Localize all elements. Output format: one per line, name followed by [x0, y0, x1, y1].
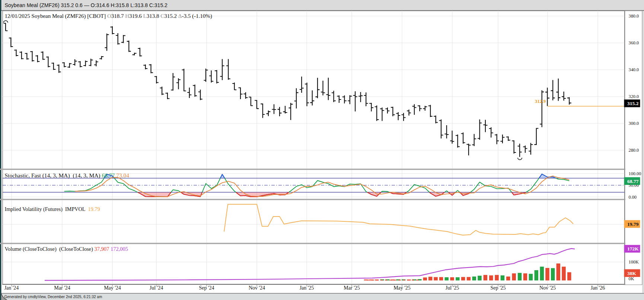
svg-text:Nov '25: Nov '25 — [539, 285, 556, 291]
svg-text:100K: 100K — [629, 259, 639, 265]
svg-text:Jul '24: Jul '24 — [150, 285, 163, 291]
svg-text:280.0: 280.0 — [629, 148, 639, 153]
svg-text:38K: 38K — [627, 271, 637, 276]
svg-text:360.0: 360.0 — [629, 40, 639, 45]
svg-text:172K: 172K — [627, 246, 639, 252]
svg-text:340.0: 340.0 — [629, 67, 639, 72]
svg-text:May '24: May '24 — [104, 285, 121, 291]
svg-text:Sep '25: Sep '25 — [490, 285, 506, 291]
svg-text:312.9: 312.9 — [535, 98, 546, 104]
svg-text:Mar '25: Mar '25 — [344, 285, 360, 291]
svg-text:315.2: 315.2 — [627, 101, 639, 106]
svg-text:0.00: 0.00 — [629, 195, 637, 200]
svg-text:19.79: 19.79 — [627, 221, 639, 227]
svg-text:Mar '24: Mar '24 — [54, 285, 70, 291]
svg-text:Soybean Meal (ZMF26) 315.2 0.6: Soybean Meal (ZMF26) 315.2 0.6 — O:314.6… — [5, 2, 168, 8]
svg-text:Generated by cmdtyView, Decemb: Generated by cmdtyView, December 2nd 202… — [4, 295, 102, 299]
svg-text:68.77: 68.77 — [627, 179, 639, 184]
svg-text:320.0: 320.0 — [629, 94, 639, 99]
svg-text:Sep '24: Sep '24 — [199, 285, 214, 291]
svg-text:Jan '24: Jan '24 — [4, 285, 19, 291]
svg-text:Stochastic, Fast (14, 3, MA): Stochastic, Fast (14, 3, MA) (14, 3, MA)… — [5, 172, 130, 179]
svg-text:Jul '25: Jul '25 — [446, 285, 459, 291]
svg-text:Implied Volatility (Futures): Implied Volatility (Futures) IMPVOL 19.7… — [5, 206, 100, 212]
svg-text:380.0: 380.0 — [629, 13, 639, 19]
svg-text:Nov '24: Nov '24 — [249, 285, 265, 291]
svg-text:300.0: 300.0 — [629, 121, 639, 126]
svg-text:100.00: 100.00 — [629, 171, 641, 176]
svg-text:Volume (CloseToClose) (CloseT: Volume (CloseToClose) (CloseToClose) 37,… — [5, 246, 128, 252]
svg-text:12/01/2025 Soybean Meal (ZMF26: 12/01/2025 Soybean Meal (ZMF26) [CBOT] O… — [5, 13, 212, 19]
svg-text:Jan '26: Jan '26 — [591, 285, 605, 291]
svg-text:0K: 0K — [629, 276, 634, 281]
svg-text:Jan '25: Jan '25 — [300, 285, 314, 291]
svg-text:May '25: May '25 — [393, 285, 411, 291]
